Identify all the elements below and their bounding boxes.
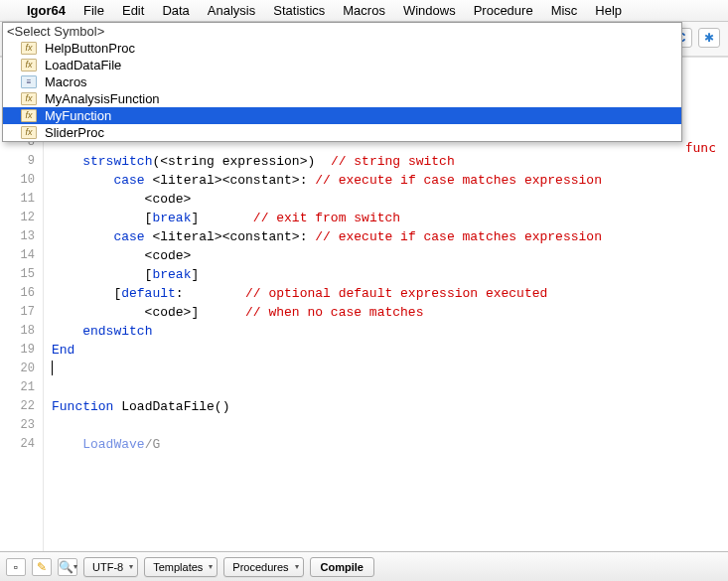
code-token: <literal><constant>: [145, 173, 316, 188]
code-token: [ [52, 286, 121, 301]
dropdown-item[interactable]: fxSliderProc [3, 124, 681, 141]
pencil-icon[interactable]: ✎ [32, 558, 52, 576]
status-bar: ▫ ✎ 🔍▾ UTF-8▾ Templates▾ Procedures▾ Com… [0, 551, 728, 581]
code-token: // exit from switch [253, 211, 400, 225]
encoding-label: UTF-8 [92, 561, 123, 573]
code-token [52, 154, 82, 169]
menu-app[interactable]: Igor64 [18, 1, 74, 20]
dropdown-item[interactable]: fxMyFunction [3, 107, 681, 124]
code-line[interactable] [52, 360, 728, 378]
code-token: <literal><constant>: [145, 229, 316, 244]
menu-edit[interactable]: Edit [113, 1, 153, 20]
line-number: 15 [0, 265, 43, 284]
code-line[interactable]: <code> [52, 246, 728, 265]
dropdown-item-label: MyAnalysisFunction [45, 90, 160, 107]
encoding-dropdown[interactable]: UTF-8▾ [83, 557, 138, 577]
dropdown-item-label: HelpButtonProc [45, 40, 135, 57]
code-line[interactable] [52, 416, 728, 435]
dropdown-item-label: MyFunction [45, 107, 111, 124]
partial-code-text: func [685, 140, 716, 155]
menu-misc[interactable]: Misc [542, 1, 587, 20]
code-token: case [113, 173, 144, 188]
code-token: <code> [52, 192, 191, 207]
line-number: 23 [0, 416, 43, 435]
code-token: LoadDataFile() [113, 399, 229, 414]
code-line[interactable]: endswitch [52, 322, 728, 341]
code-line[interactable]: End [52, 341, 728, 360]
menu-statistics[interactable]: Statistics [264, 1, 334, 20]
dropdown-item[interactable]: fxMyAnalysisFunction [3, 90, 681, 107]
code-line[interactable]: [break] // exit from switch [52, 209, 728, 227]
code-token: strswitch [82, 154, 152, 169]
code-token: // optional default expression executed [245, 286, 547, 301]
code-token [52, 229, 113, 244]
code-token: /G [145, 437, 161, 452]
menu-data[interactable]: Data [153, 1, 198, 20]
line-number: 9 [0, 152, 43, 171]
line-number: 18 [0, 322, 43, 341]
code-line[interactable]: <code>] // when no case matches [52, 303, 728, 322]
code-line[interactable]: strswitch(<string expression>) // string… [52, 152, 728, 171]
code-token: endswitch [82, 324, 152, 339]
compile-label: Compile [321, 561, 364, 573]
line-number: 14 [0, 246, 43, 265]
line-number: 10 [0, 171, 43, 190]
dropdown-item-label: SliderProc [45, 124, 104, 141]
line-number: 21 [0, 378, 43, 397]
templates-dropdown[interactable]: Templates▾ [144, 557, 218, 577]
code-token: LoadWave [82, 437, 144, 452]
status-square-icon[interactable]: ▫ [6, 558, 26, 576]
line-number: 22 [0, 397, 43, 416]
code-token: [ [52, 267, 152, 282]
dropdown-item[interactable]: fxLoadDataFile [3, 57, 681, 73]
settings-gear-icon[interactable]: ✱ [698, 28, 720, 48]
dropdown-item[interactable]: fxHelpButtonProc [3, 40, 681, 57]
line-number: 20 [0, 360, 43, 378]
text-cursor [52, 361, 53, 375]
code-line[interactable]: [default: // optional default expression… [52, 284, 728, 303]
dropdown-item-label: LoadDataFile [45, 57, 121, 73]
function-icon: fx [21, 126, 37, 139]
code-token [52, 324, 82, 339]
code-token: <code> [52, 248, 191, 263]
code-line[interactable] [52, 378, 728, 397]
code-line[interactable]: Function LoadDataFile() [52, 397, 728, 416]
code-token: ] [191, 267, 199, 282]
code-token: // execute if case matches expression [315, 173, 602, 188]
menu-file[interactable]: File [74, 1, 113, 20]
function-icon: fx [21, 92, 37, 105]
line-number: 24 [0, 435, 43, 454]
line-number: 16 [0, 284, 43, 303]
dropdown-header: <Select Symbol> [3, 23, 681, 40]
symbol-dropdown[interactable]: <Select Symbol> fxHelpButtonProcfxLoadDa… [2, 22, 682, 142]
code-line[interactable]: <code> [52, 190, 728, 209]
code-token: (<string expression>) [152, 154, 330, 169]
function-icon: fx [21, 109, 37, 122]
code-token: : [176, 286, 245, 301]
code-token [52, 173, 113, 188]
code-line[interactable]: case <literal><constant>: // execute if … [52, 171, 728, 190]
macro-icon: ≡ [21, 75, 37, 88]
code-token: <code>] [52, 305, 245, 320]
procedures-dropdown[interactable]: Procedures▾ [223, 557, 303, 577]
code-line[interactable]: LoadWave/G [52, 435, 728, 454]
compile-button[interactable]: Compile [310, 557, 374, 577]
function-icon: fx [21, 59, 37, 72]
dropdown-item-label: Macros [45, 73, 87, 90]
templates-label: Templates [153, 561, 203, 573]
menu-help[interactable]: Help [586, 1, 631, 20]
menu-windows[interactable]: Windows [394, 1, 465, 20]
code-line[interactable]: [break] [52, 265, 728, 284]
code-token [52, 437, 82, 452]
menu-procedure[interactable]: Procedure [465, 1, 542, 20]
code-token: End [52, 343, 74, 358]
code-line[interactable]: case <literal><constant>: // execute if … [52, 227, 728, 246]
code-token: break [152, 267, 191, 282]
dropdown-item[interactable]: ≡Macros [3, 73, 681, 90]
code-token: Function [52, 399, 113, 414]
procedures-label: Procedures [232, 561, 288, 573]
menu-analysis[interactable]: Analysis [199, 1, 264, 20]
menu-macros[interactable]: Macros [334, 1, 394, 20]
magnifier-icon[interactable]: 🔍▾ [58, 558, 77, 576]
code-token: // string switch [331, 154, 455, 169]
